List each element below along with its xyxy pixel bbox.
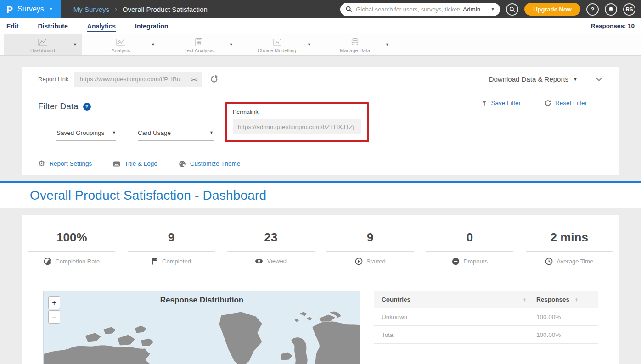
- nav-analytics[interactable]: Analytics: [87, 22, 116, 30]
- map-table-row: Response Distribution + −: [22, 291, 619, 364]
- tab-analysis-menu[interactable]: ▼: [151, 42, 155, 47]
- choice-modelling-icon: [272, 38, 282, 47]
- reset-filter-button[interactable]: Reset Filter: [545, 100, 587, 106]
- download-label: Download Data & Reports: [489, 75, 568, 83]
- tab-manage-data-menu[interactable]: ▼: [385, 42, 389, 47]
- collapse-panel-chevron-icon[interactable]: [595, 77, 603, 82]
- palette-icon: [179, 160, 186, 168]
- upgrade-now-button[interactable]: Upgrade Now: [524, 3, 580, 16]
- tab-label: Choice Modelling: [258, 48, 296, 53]
- countries-column-header[interactable]: Countries: [382, 296, 410, 303]
- tab-choice-modelling[interactable]: Choice Modelling ▼: [238, 34, 316, 55]
- card-usage-dropdown[interactable]: Card Usage ▼: [138, 129, 214, 141]
- response-distribution-map[interactable]: Response Distribution + −: [43, 291, 360, 364]
- database-icon: [350, 38, 360, 47]
- global-search: Admin ▼: [340, 3, 500, 16]
- stat-divider: [426, 251, 513, 252]
- map-zoom-controls: + −: [48, 296, 60, 324]
- zoom-out-button[interactable]: −: [48, 310, 60, 324]
- filter-help-icon[interactable]: ?: [83, 103, 91, 111]
- stat-divider: [326, 251, 414, 252]
- dashboard-chart-icon: [37, 38, 48, 47]
- responses-count[interactable]: Responses: 10: [591, 22, 635, 29]
- country-name: Total: [382, 331, 536, 338]
- download-data-reports-dropdown[interactable]: Download Data & Reports ▼: [489, 75, 578, 83]
- permalink-highlight-annotation: Permalink:: [225, 102, 369, 142]
- stat-label: Viewed: [267, 258, 286, 264]
- saved-groupings-label: Saved Groupings: [56, 129, 104, 136]
- stat-label: Completion Rate: [55, 258, 100, 265]
- search-scope-dropdown[interactable]: ▼: [485, 7, 500, 11]
- link-icon[interactable]: [190, 76, 198, 83]
- breadcrumb-current-survey: Overall Product Satisfaction: [123, 6, 208, 13]
- stat-value: 9: [168, 230, 174, 245]
- topbar-actions: Admin ▼ Upgrade Now ? RS: [340, 0, 641, 18]
- user-avatar[interactable]: RS: [623, 3, 635, 16]
- tab-analysis[interactable]: Analysis ▼: [82, 34, 160, 55]
- report-link-field: [74, 72, 202, 87]
- breadcrumb-my-surveys[interactable]: My Surveys: [73, 6, 109, 13]
- tab-dashboard[interactable]: Dashboard ▼: [4, 34, 82, 55]
- title-logo-link[interactable]: Title & Logo: [113, 160, 157, 168]
- report-settings-link[interactable]: ⚙ Report Settings: [38, 160, 92, 168]
- nav-integration[interactable]: Integration: [135, 22, 168, 30]
- filter-data-title: Filter Data: [38, 101, 79, 112]
- responses-column-header[interactable]: Responses: [536, 296, 569, 303]
- stat-value: 9: [367, 230, 373, 245]
- nav-edit[interactable]: Edit: [6, 22, 18, 30]
- report-settings-row: ⚙ Report Settings Title & Logo Customize…: [22, 152, 619, 175]
- app-screen: P Surveys ▼ My Surveys › Overall Product…: [0, 0, 641, 364]
- country-name: Unknown: [382, 314, 536, 320]
- tab-label: Text Analysis: [184, 48, 214, 53]
- permalink-input[interactable]: [233, 119, 361, 134]
- tab-manage-data[interactable]: Manage Data ▼: [316, 34, 394, 55]
- saved-groupings-dropdown[interactable]: Saved Groupings ▼: [56, 129, 116, 141]
- tab-label: Dashboard: [30, 48, 55, 53]
- notifications-button[interactable]: [605, 3, 617, 16]
- title-logo-label: Title & Logo: [124, 160, 157, 167]
- sort-icon[interactable]: ▲▼: [523, 298, 526, 302]
- stat-divider: [227, 251, 315, 252]
- title-band: Overall Product Satisfaction - Dashboard: [0, 183, 641, 208]
- refresh-icon: [545, 100, 551, 106]
- save-filter-label: Save Filter: [491, 100, 521, 106]
- sort-icon[interactable]: ▲▼: [575, 298, 578, 302]
- help-button[interactable]: ?: [586, 3, 599, 16]
- table-row: Unknown 100.00%: [374, 308, 598, 326]
- stat-viewed: 23 Viewed: [221, 230, 320, 279]
- stat-completion-rate: 100% Completion Rate: [22, 230, 122, 279]
- customize-theme-link[interactable]: Customize Theme: [179, 160, 240, 168]
- tab-text-analysis-menu[interactable]: ▼: [229, 42, 233, 47]
- stat-value: 2 mins: [551, 230, 588, 245]
- tab-dashboard-menu[interactable]: ▼: [73, 42, 77, 47]
- reset-filter-label: Reset Filter: [555, 100, 587, 106]
- play-circle-icon: [355, 258, 363, 265]
- analysis-chart-icon: [115, 38, 126, 47]
- countries-table-header: Countries ▲▼ Responses ▲▼: [374, 291, 598, 308]
- stat-divider: [128, 251, 215, 252]
- clock-icon: [545, 258, 553, 265]
- stat-value: 100%: [56, 230, 87, 245]
- chevron-down-icon: ▼: [573, 77, 578, 82]
- report-link-input[interactable]: [79, 76, 190, 83]
- global-search-input[interactable]: [356, 6, 460, 13]
- report-security-button[interactable]: [210, 75, 219, 84]
- search-scope-label: Admin: [460, 6, 485, 13]
- report-filter-card: Report Link Download Data & Reports ▼ Fi…: [22, 67, 619, 175]
- country-responses: 100.00%: [536, 314, 590, 320]
- tab-label: Manage Data: [340, 48, 370, 53]
- tab-text-analysis[interactable]: Text Analysis ▼: [160, 34, 238, 55]
- table-row: Total 100.00%: [374, 326, 598, 344]
- zoom-in-button[interactable]: +: [48, 296, 60, 309]
- surveys-product-switcher[interactable]: P Surveys ▼: [0, 0, 61, 18]
- permalink-label: Permalink:: [233, 109, 361, 115]
- tab-choice-modelling-menu[interactable]: ▼: [307, 42, 311, 47]
- save-filter-button[interactable]: Save Filter: [481, 100, 521, 106]
- report-settings-label: Report Settings: [49, 160, 92, 167]
- analytics-tabstrip: Dashboard ▼ Analysis ▼ Text Analysis ▼ C…: [0, 34, 641, 56]
- stat-average-time: 2 mins Average Time: [519, 230, 619, 279]
- search-button[interactable]: [506, 3, 518, 16]
- text-analysis-icon: [194, 38, 203, 47]
- nav-distribute[interactable]: Distribute: [38, 22, 67, 30]
- card-usage-label: Card Usage: [138, 129, 171, 136]
